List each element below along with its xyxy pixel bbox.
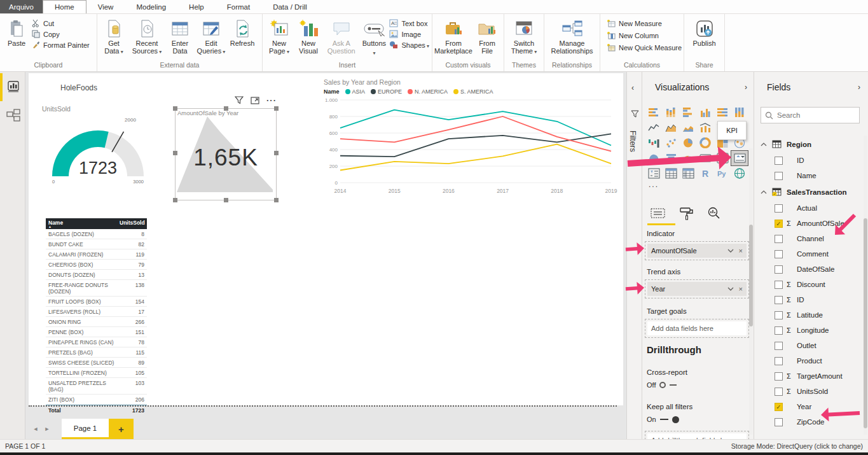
selection-handle[interactable] xyxy=(173,106,177,111)
table-row[interactable]: CALAMARI (FROZEN)119 xyxy=(46,249,147,260)
viz-icon-kpi[interactable] xyxy=(731,151,748,165)
field-item-UnitsSold[interactable]: ΣUnitsSold xyxy=(754,384,865,399)
report-page[interactable]: HoleFoods UnitsSold 2000172303000 ··· Am… xyxy=(29,73,623,405)
trend-axis-field-value[interactable]: Year xyxy=(651,285,727,293)
field-checkbox[interactable] xyxy=(775,372,783,381)
trend-axis-field-well[interactable]: Year × xyxy=(645,279,749,298)
selection-handle[interactable] xyxy=(224,198,228,202)
target-goals-well[interactable]: Add data fields here xyxy=(645,319,749,338)
table-col-unitssold[interactable]: UnitsSold xyxy=(120,220,144,228)
copy-button[interactable]: Copy xyxy=(32,30,90,38)
table-row[interactable]: DONUTS (DOZEN)13 xyxy=(46,270,147,280)
kpi-visual[interactable]: AmountOfSale by Year 1,65K xyxy=(175,108,277,200)
collapse-fields-icon[interactable]: › xyxy=(858,83,860,92)
viz-icon-gauge[interactable] xyxy=(680,151,697,165)
more-visuals-ellipsis[interactable]: ... xyxy=(649,180,659,189)
filter-icon[interactable] xyxy=(235,96,244,104)
viz-icon-stacked-bar-100[interactable] xyxy=(714,105,731,120)
gauge-visual[interactable]: UnitsSold 2000172303000 xyxy=(38,104,162,204)
field-checkbox[interactable] xyxy=(775,342,783,350)
tab-help[interactable]: Help xyxy=(177,0,216,13)
field-checkbox[interactable] xyxy=(775,357,783,365)
table-row[interactable]: PENNE (BOX)151 xyxy=(46,327,147,337)
viz-icon-arcgis[interactable] xyxy=(731,166,748,181)
cross-report-toggle[interactable]: Off xyxy=(647,381,677,389)
field-item-Comment[interactable]: Comment xyxy=(754,246,865,262)
remove-field-icon[interactable]: × xyxy=(739,247,743,255)
search-input[interactable] xyxy=(777,111,855,119)
viz-icon-multi-row-card[interactable] xyxy=(714,151,731,165)
report-view-button[interactable] xyxy=(5,78,22,95)
viz-icon-pie[interactable] xyxy=(680,136,697,150)
drillthrough-fields-well[interactable]: Add drillthrough fields here xyxy=(645,431,749,439)
field-checkbox[interactable] xyxy=(775,265,783,274)
field-checkbox[interactable] xyxy=(775,172,783,180)
refresh-button[interactable]: Refresh xyxy=(228,17,256,48)
field-checkbox[interactable] xyxy=(775,281,783,289)
shapes-button[interactable]: Shapes xyxy=(389,41,429,49)
viz-pane-scrollbar[interactable] xyxy=(749,148,753,435)
field-checkbox[interactable] xyxy=(775,418,783,426)
switch-theme-button[interactable]: Switch Theme xyxy=(509,17,539,57)
viz-icon-clustered-column[interactable] xyxy=(698,105,714,120)
ask-a-question-button[interactable]: Ask A Question xyxy=(324,17,359,56)
model-view-button[interactable] xyxy=(5,108,22,124)
table-row[interactable]: UNSALTED PRETZELS (BAG)103 xyxy=(46,378,147,395)
table-row[interactable]: ONION RING266 xyxy=(46,317,147,327)
from-marketplace-button[interactable]: From Marketplace xyxy=(435,17,472,56)
chevron-down-icon[interactable] xyxy=(727,287,734,291)
field-table-Region[interactable]: Region xyxy=(754,136,865,153)
field-checkbox[interactable] xyxy=(775,388,783,396)
viz-icon-r-script[interactable]: R xyxy=(698,166,714,181)
table-row[interactable]: CHEERIOS (BOX)79 xyxy=(46,260,147,270)
filters-pane-label[interactable]: Filters xyxy=(628,130,637,152)
field-item-Discount[interactable]: ΣDiscount xyxy=(754,277,865,292)
prev-page-button[interactable]: ◄ xyxy=(30,419,41,439)
selection-handle[interactable] xyxy=(173,198,177,202)
selection-handle[interactable] xyxy=(274,106,279,111)
viz-icon-slicer[interactable] xyxy=(646,166,663,181)
selection-handle[interactable] xyxy=(274,151,279,155)
new-visual-button[interactable]: New Visual xyxy=(294,17,322,56)
fields-pane-scrollbar[interactable] xyxy=(864,136,867,435)
viz-icon-donut[interactable] xyxy=(698,136,714,150)
tab-fields[interactable] xyxy=(650,206,666,220)
page-tab-page1[interactable]: Page 1 xyxy=(62,419,109,439)
tab-modeling[interactable]: Modeling xyxy=(125,0,177,13)
tab-format[interactable]: Format xyxy=(216,0,261,13)
fields-search[interactable] xyxy=(761,107,860,123)
paste-button[interactable]: Paste xyxy=(3,17,31,48)
field-checkbox[interactable] xyxy=(775,296,783,304)
publish-button[interactable]: Publish xyxy=(691,17,719,48)
tab-home[interactable]: Home xyxy=(43,0,86,13)
new-measure-button[interactable]: New Measure xyxy=(607,19,682,27)
get-data-button[interactable]: Get Data xyxy=(100,17,128,57)
field-checkbox[interactable] xyxy=(775,235,783,243)
new-column-button[interactable]: New Column xyxy=(607,31,682,39)
field-checkbox[interactable] xyxy=(775,204,783,213)
table-row[interactable]: LIFESAVERS (ROLL)17 xyxy=(46,307,147,317)
indicator-field-value[interactable]: AmountOfSale xyxy=(651,247,727,255)
storage-mode[interactable]: Storage Mode: DirectQuery (click to chan… xyxy=(731,442,863,450)
field-item-AmountOfSale[interactable]: ✓ΣAmountOfSale xyxy=(754,216,865,231)
field-item-Product[interactable]: Product xyxy=(754,353,865,368)
field-table-SalesTransaction[interactable]: SalesTransaction xyxy=(754,183,865,200)
next-page-button[interactable]: ► xyxy=(41,419,53,439)
cut-button[interactable]: Cut xyxy=(32,19,90,27)
table-col-name[interactable]: Name▲ xyxy=(48,220,120,228)
viz-icon-card[interactable]: 123 xyxy=(698,151,714,165)
new-page-tab-button[interactable]: + xyxy=(109,419,134,439)
field-item-DateOfSale[interactable]: DateOfSale xyxy=(754,262,865,277)
selection-handle[interactable] xyxy=(274,198,279,202)
text-box-button[interactable]: AText box xyxy=(389,19,429,27)
table-row[interactable]: FREE-RANGE DONUTS (DOZEN)138 xyxy=(46,280,147,297)
field-item-TargetAmount[interactable]: ΣTargetAmount xyxy=(754,368,865,384)
new-quick-measure-button[interactable]: New Quick Measure xyxy=(607,43,682,52)
table-row[interactable]: SWISS CHEESE (SLICED)89 xyxy=(46,358,147,368)
viz-icon-stacked-column-100[interactable] xyxy=(731,105,748,120)
tab-analytics[interactable] xyxy=(706,206,722,220)
table-visual[interactable]: Name▲ UnitsSold BAGELS (DOZEN)8BUNDT CAK… xyxy=(46,218,147,416)
field-item-Longitude[interactable]: ΣLongitude xyxy=(754,323,865,338)
table-row[interactable]: FRUIT LOOPS (BOX)154 xyxy=(46,297,147,307)
image-button[interactable]: Image xyxy=(389,30,429,38)
